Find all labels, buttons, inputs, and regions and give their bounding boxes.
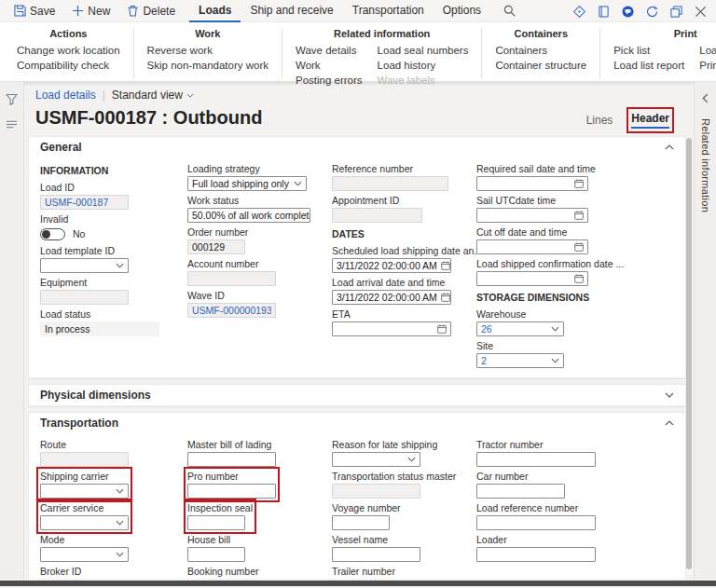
field-loading-strategy: Loading strategyFull load shipping only bbox=[187, 163, 307, 191]
field-label-loader: Loader bbox=[476, 534, 596, 545]
field-invalid: InvalidNo bbox=[40, 213, 85, 241]
select-shipping-carrier[interactable] bbox=[40, 484, 129, 499]
field-voyage-number: Voyage number bbox=[332, 502, 401, 530]
view-selector-label: Standard view bbox=[112, 89, 183, 102]
refresh-icon[interactable] bbox=[646, 5, 658, 17]
ribbon-item-change-work-location[interactable]: Change work location bbox=[17, 43, 120, 58]
input-vessel-name[interactable] bbox=[332, 547, 420, 562]
ribbon-item-print-label[interactable]: Print label bbox=[699, 58, 716, 73]
field-house-bill: House bill bbox=[187, 534, 245, 562]
command-tabs: LoadsShip and receiveTransportationOptio… bbox=[189, 0, 490, 22]
ribbon-item-reverse-work[interactable]: Reverse work bbox=[147, 43, 268, 58]
field-label-wave-id: Wave ID bbox=[187, 290, 276, 301]
field-warehouse: Warehouse26 bbox=[476, 308, 564, 336]
ribbon-item-load-list-report[interactable]: Load list report bbox=[613, 58, 684, 73]
tab-options[interactable]: Options bbox=[434, 0, 490, 22]
section-header-general[interactable]: General bbox=[29, 137, 685, 157]
ribbon-item-containers[interactable]: Containers bbox=[495, 43, 586, 58]
form-content: Load details | Standard view USMF-000187… bbox=[24, 82, 694, 579]
ribbon-column: Load seal numbersLoad historyWave labels bbox=[378, 43, 469, 88]
input-pro-number[interactable] bbox=[187, 484, 276, 499]
field-equipment: Equipment bbox=[40, 277, 129, 305]
new-button[interactable]: New bbox=[63, 0, 118, 22]
link-field-wave-id[interactable]: USMF-000000193 bbox=[187, 303, 276, 318]
link-field-load-id[interactable]: USMF-000187 bbox=[40, 195, 129, 210]
tab-loads[interactable]: Loads bbox=[189, 0, 241, 22]
ribbon-item-pick-list[interactable]: Pick list bbox=[613, 43, 684, 58]
date-load-shipped-confirmation-date[interactable] bbox=[476, 271, 588, 286]
vertical-scrollbar[interactable] bbox=[686, 136, 692, 575]
scrollbar-thumb[interactable] bbox=[686, 138, 692, 569]
ribbon-item-compatibility-check[interactable]: Compatibility check bbox=[17, 58, 120, 73]
input-tractor-number[interactable] bbox=[476, 452, 596, 467]
delete-button[interactable]: Delete bbox=[118, 0, 184, 22]
input-house-bill[interactable] bbox=[187, 547, 245, 562]
input-master-bill-of-lading[interactable] bbox=[187, 452, 276, 467]
ribbon-item-wave-details[interactable]: Wave details bbox=[296, 43, 363, 58]
ribbon-item-skip-non-mandatory-work[interactable]: Skip non-mandatory work bbox=[147, 58, 268, 73]
link-value-load-id[interactable]: USMF-000187 bbox=[45, 197, 108, 208]
input-voyage-number[interactable] bbox=[332, 515, 390, 530]
ribbon-columns: ContainersContainer structure bbox=[495, 43, 586, 73]
select-loading-strategy[interactable]: Full load shipping only bbox=[187, 176, 307, 191]
breadcrumb-load-details[interactable]: Load details bbox=[35, 89, 96, 102]
tab-transportation[interactable]: Transportation bbox=[343, 0, 434, 22]
date-sail-utcdate-time[interactable] bbox=[476, 208, 588, 223]
select-reason-for-late-shipping[interactable] bbox=[332, 452, 420, 467]
date-load-arrival-date-and-time[interactable]: 3/11/2022 02:00:00 AM bbox=[332, 290, 451, 305]
funnel-icon[interactable] bbox=[6, 93, 18, 105]
select-carrier-service[interactable] bbox=[40, 515, 129, 530]
panel-list-icon[interactable] bbox=[6, 118, 18, 130]
input-inspection-seal[interactable] bbox=[187, 515, 245, 530]
date-eta[interactable] bbox=[332, 321, 451, 336]
ribbon-column: Load detailsPrint label bbox=[699, 43, 716, 73]
date-required-sail-date-and-time[interactable] bbox=[476, 176, 588, 191]
date-scheduled-load-shipping-date-an[interactable]: 3/11/2022 02:00:00 AM bbox=[332, 258, 451, 273]
date-cut-off-date-and-time[interactable] bbox=[476, 239, 588, 254]
assistant-icon[interactable] bbox=[622, 5, 634, 17]
field-appointment-id: Appointment ID bbox=[332, 195, 422, 223]
breadcrumb-separator: | bbox=[103, 89, 105, 102]
section-header-physical-dimensions[interactable]: Physical dimensions bbox=[29, 385, 685, 405]
ribbon-group-title: Print bbox=[613, 28, 716, 39]
related-information-rail[interactable]: Related information bbox=[694, 82, 716, 579]
select-mode[interactable] bbox=[40, 547, 129, 562]
select-value-loading-strategy: Full load shipping only bbox=[192, 178, 289, 189]
restore-window-icon[interactable] bbox=[670, 5, 682, 17]
ribbon-item-work[interactable]: Work bbox=[296, 58, 363, 73]
section-body-transportation: RouteShipping carrierCarrier serviceMode… bbox=[29, 433, 685, 579]
select-load-template-id[interactable] bbox=[40, 258, 129, 273]
input-load-reference-number[interactable] bbox=[476, 515, 596, 530]
title-row: USMF-000187 : Outbound LinesHeader bbox=[24, 103, 694, 129]
help-book-icon[interactable] bbox=[598, 5, 610, 17]
tab-ship-and-receive[interactable]: Ship and receive bbox=[241, 0, 342, 22]
search-icon[interactable] bbox=[503, 5, 516, 17]
field-label-equipment: Equipment bbox=[40, 277, 129, 288]
field-car-number: Car number bbox=[476, 471, 565, 499]
field-label-cut-off-date-and-time: Cut off date and time bbox=[476, 226, 588, 238]
select-warehouse[interactable]: 26 bbox=[476, 321, 564, 336]
view-selector[interactable]: Standard view bbox=[112, 89, 194, 102]
dynamics-compass-icon[interactable] bbox=[573, 5, 585, 17]
ribbon-item-load-history[interactable]: Load history bbox=[378, 58, 469, 73]
input-work-status[interactable]: 50.00% of all work completed bbox=[187, 208, 310, 223]
section-header-transportation[interactable]: Transportation bbox=[29, 413, 685, 433]
chevron-left-icon[interactable] bbox=[702, 93, 709, 103]
select-site[interactable]: 2 bbox=[476, 353, 564, 368]
input-car-number[interactable] bbox=[476, 484, 565, 499]
toggle-invalid[interactable]: No bbox=[40, 226, 85, 241]
input-order-number: 000129 bbox=[187, 239, 245, 254]
save-button[interactable]: Save bbox=[6, 0, 63, 22]
ribbon-item-load-seal-numbers[interactable]: Load seal numbers bbox=[378, 43, 469, 58]
input-loader[interactable] bbox=[476, 547, 596, 562]
field-booking-number: Booking number bbox=[187, 566, 276, 579]
ribbon-item-container-structure[interactable]: Container structure bbox=[495, 58, 586, 73]
field-label-appointment-id: Appointment ID bbox=[332, 195, 422, 206]
link-value-wave-id[interactable]: USMF-000000193 bbox=[192, 305, 271, 316]
close-icon[interactable] bbox=[695, 5, 707, 17]
ribbon-item-load-details[interactable]: Load details bbox=[699, 43, 716, 58]
section-body-general: INFORMATIONLoad IDUSMF-000187InvalidNoLo… bbox=[29, 157, 685, 377]
tab-header[interactable]: Header bbox=[631, 112, 669, 129]
tab-lines[interactable]: Lines bbox=[586, 114, 613, 129]
command-actions: SaveNewDelete bbox=[6, 0, 184, 22]
